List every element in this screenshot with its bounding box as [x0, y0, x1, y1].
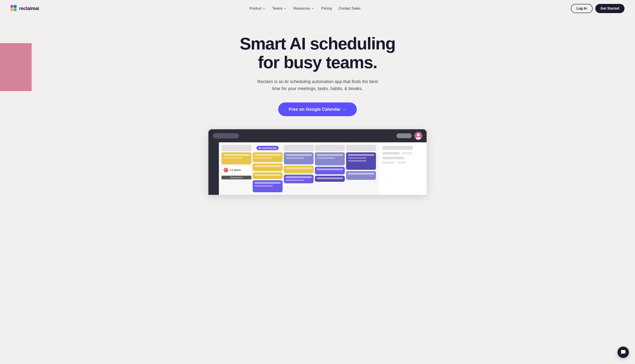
nav-actions: Log In Get Started: [571, 4, 624, 13]
right-panel-header: [382, 146, 413, 150]
svg-point-5: [417, 134, 420, 136]
event-blue-2: [315, 152, 345, 166]
event-1-1-label: 1:1 Stevie: [230, 169, 241, 171]
hero-title: Smart AI scheduling for busy teams.: [230, 34, 405, 72]
right-panel-line-sm: [401, 152, 412, 154]
user-avatar-icon: [414, 132, 422, 140]
cta-button[interactable]: Free on Google Calendar →: [278, 102, 357, 116]
col-header: [222, 145, 251, 151]
event-yellow-3: [253, 164, 283, 171]
decompress-badge: Decompress: [222, 176, 251, 180]
nav-resources[interactable]: Resources: [294, 6, 314, 10]
nav-contact-sales[interactable]: Contact Sales: [339, 6, 360, 10]
titlebar-toggle: [396, 134, 412, 138]
chevron-down-icon: [283, 7, 287, 10]
event-purple-1: [253, 180, 283, 192]
calendar-col-4: [315, 145, 345, 192]
chat-icon: [620, 350, 626, 355]
right-panel-line: [382, 152, 400, 154]
right-panel-line-sm: [397, 162, 406, 164]
navbar: reclaimai Product Teams Resources Pricin…: [0, 0, 635, 17]
calendar-col-3: [284, 145, 314, 192]
event-avatar: [224, 168, 228, 172]
logo[interactable]: reclaimai: [11, 5, 39, 12]
right-panel-line-sm: [382, 162, 395, 164]
hero-section: Smart AI scheduling for busy teams. Recl…: [0, 17, 635, 195]
avatar: [414, 132, 422, 140]
event-yellow-1: [222, 152, 251, 164]
col-header: [346, 145, 376, 151]
titlebar-right: [396, 132, 422, 140]
logo-icon: [11, 5, 18, 12]
calendar-sidebar-strip: [208, 142, 219, 195]
calendar-body: 1:1 Stevie Decompress No meeting day: [208, 142, 427, 195]
nav-links: Product Teams Resources Pricing Contact …: [249, 6, 360, 10]
right-panel-row-3: [382, 162, 423, 164]
calendar-titlebar: [208, 129, 427, 142]
event-blue-1: [284, 152, 314, 164]
calendar-preview: 1:1 Stevie Decompress No meeting day: [208, 129, 427, 195]
event-dark-purple: [315, 176, 345, 182]
event-yellow-4: [253, 172, 283, 179]
event-blue-3: [346, 171, 376, 180]
svg-rect-2: [11, 8, 13, 11]
titlebar-pill: [213, 133, 239, 138]
chevron-down-icon: [262, 7, 265, 10]
right-panel-row-1: [382, 152, 423, 154]
calendar-col-1: 1:1 Stevie Decompress: [222, 145, 251, 192]
col-header: No meeting day: [253, 145, 283, 151]
calendar-right-panel: [379, 142, 427, 195]
event-dark-1: [346, 152, 376, 170]
event-purple-3: [315, 167, 345, 174]
nav-teams[interactable]: Teams: [272, 6, 287, 10]
right-panel-row-2: [382, 157, 423, 159]
chat-bubble[interactable]: [617, 346, 629, 358]
no-meeting-badge: No meeting day: [256, 146, 279, 150]
svg-rect-3: [14, 8, 17, 11]
get-started-button[interactable]: Get Started: [595, 4, 624, 13]
col-header: [315, 145, 345, 151]
calendar-col-2: No meeting day: [253, 145, 283, 192]
login-button[interactable]: Log In: [571, 4, 593, 13]
decorative-pink-square: [0, 43, 32, 91]
event-1-1: 1:1 Stevie: [222, 166, 251, 174]
nav-product[interactable]: Product: [249, 6, 265, 10]
calendar-grid: 1:1 Stevie Decompress No meeting day: [219, 142, 379, 195]
svg-rect-0: [11, 5, 13, 8]
event-purple-2: [284, 174, 314, 183]
right-panel-line: [382, 157, 404, 159]
logo-text: reclaimai: [19, 6, 39, 11]
col-header: [284, 145, 314, 151]
svg-rect-1: [14, 5, 17, 8]
event-yellow-5: [284, 166, 314, 173]
chevron-down-icon: [311, 7, 314, 10]
calendar-col-5: [346, 145, 376, 192]
hero-subtitle: Reclaim is an AI scheduling automation a…: [254, 78, 381, 92]
nav-pricing[interactable]: Pricing: [321, 6, 332, 10]
event-yellow-2: [253, 152, 283, 162]
